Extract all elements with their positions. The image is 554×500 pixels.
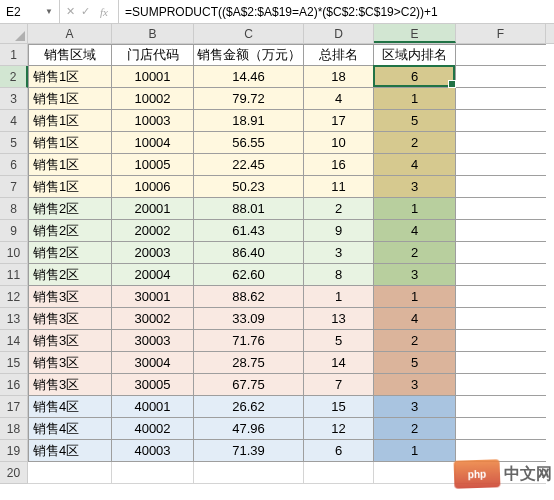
cell[interactable]: 2	[374, 330, 456, 352]
col-header-F[interactable]: F	[456, 24, 546, 43]
row-header-9[interactable]: 9	[0, 220, 28, 242]
cell[interactable]: 销售2区	[28, 242, 112, 264]
cell[interactable]: 10003	[112, 110, 194, 132]
row-header-12[interactable]: 12	[0, 286, 28, 308]
cell[interactable]: 18.91	[194, 110, 304, 132]
row-header-2[interactable]: 2	[0, 66, 28, 88]
cell[interactable]: 33.09	[194, 308, 304, 330]
row-header-5[interactable]: 5	[0, 132, 28, 154]
row-header-20[interactable]: 20	[0, 462, 28, 484]
cell[interactable]	[456, 396, 546, 418]
cell[interactable]: 11	[304, 176, 374, 198]
cell[interactable]: 5	[374, 110, 456, 132]
cell[interactable]: 71.39	[194, 440, 304, 462]
cell[interactable]	[112, 462, 194, 484]
cell[interactable]: 30001	[112, 286, 194, 308]
cell[interactable]: 88.62	[194, 286, 304, 308]
cell[interactable]	[456, 242, 546, 264]
cell[interactable]: 1	[374, 198, 456, 220]
cell[interactable]: 销售1区	[28, 66, 112, 88]
cell[interactable]: 2	[374, 418, 456, 440]
cells-area[interactable]: 销售区域门店代码销售金额（万元）总排名区域内排名销售1区1000114.4618…	[28, 44, 554, 484]
cell[interactable]: 14	[304, 352, 374, 374]
cell[interactable]: 销售4区	[28, 440, 112, 462]
cell[interactable]: 销售2区	[28, 220, 112, 242]
cell[interactable]	[28, 462, 112, 484]
cell[interactable]	[456, 132, 546, 154]
cell[interactable]: 67.75	[194, 374, 304, 396]
cell[interactable]: 10004	[112, 132, 194, 154]
cell[interactable]: 15	[304, 396, 374, 418]
cell[interactable]: 1	[374, 88, 456, 110]
row-header-10[interactable]: 10	[0, 242, 28, 264]
row-header-3[interactable]: 3	[0, 88, 28, 110]
cell[interactable]: 40003	[112, 440, 194, 462]
row-header-19[interactable]: 19	[0, 440, 28, 462]
enter-icon[interactable]: ✓	[81, 5, 90, 18]
cell[interactable]: 销售3区	[28, 308, 112, 330]
cell[interactable]	[456, 440, 546, 462]
col-header-B[interactable]: B	[112, 24, 194, 43]
row-header-18[interactable]: 18	[0, 418, 28, 440]
cell[interactable]: 88.01	[194, 198, 304, 220]
row-header-4[interactable]: 4	[0, 110, 28, 132]
cell[interactable]	[456, 374, 546, 396]
cell[interactable]	[456, 308, 546, 330]
col-header-A[interactable]: A	[28, 24, 112, 43]
cell[interactable]: 20003	[112, 242, 194, 264]
cell[interactable]: 30004	[112, 352, 194, 374]
formula-input[interactable]: =SUMPRODUCT(($A$2:$A$19=A2)*($C$2:$C$19>…	[119, 5, 554, 19]
cell[interactable]: 12	[304, 418, 374, 440]
cell[interactable]: 30002	[112, 308, 194, 330]
cell[interactable]: 1	[304, 286, 374, 308]
cell[interactable]: 17	[304, 110, 374, 132]
col-header-C[interactable]: C	[194, 24, 304, 43]
cell[interactable]: 销售3区	[28, 352, 112, 374]
col-header-E[interactable]: E	[374, 24, 456, 43]
cell[interactable]: 4	[374, 220, 456, 242]
cell[interactable]: 10001	[112, 66, 194, 88]
cell[interactable]: 销售1区	[28, 176, 112, 198]
cell[interactable]: 2	[374, 242, 456, 264]
header-cell[interactable]: 销售区域	[28, 44, 112, 66]
cell[interactable]: 3	[374, 176, 456, 198]
cell[interactable]: 40002	[112, 418, 194, 440]
header-cell[interactable]: 区域内排名	[374, 44, 456, 66]
row-header-13[interactable]: 13	[0, 308, 28, 330]
cell[interactable]	[304, 462, 374, 484]
cell[interactable]: 9	[304, 220, 374, 242]
cell[interactable]: 6	[304, 440, 374, 462]
cell[interactable]	[456, 176, 546, 198]
col-header-D[interactable]: D	[304, 24, 374, 43]
select-all-button[interactable]	[0, 24, 28, 44]
cell[interactable]: 销售4区	[28, 396, 112, 418]
header-cell[interactable]: 门店代码	[112, 44, 194, 66]
row-header-7[interactable]: 7	[0, 176, 28, 198]
cell[interactable]	[456, 462, 546, 484]
cell[interactable]	[456, 220, 546, 242]
cell[interactable]	[374, 462, 456, 484]
cell[interactable]: 2	[304, 198, 374, 220]
cell[interactable]: 5	[374, 352, 456, 374]
cell[interactable]: 30003	[112, 330, 194, 352]
cell[interactable]	[456, 330, 546, 352]
cell[interactable]: 18	[304, 66, 374, 88]
cell[interactable]: 56.55	[194, 132, 304, 154]
cell[interactable]: 47.96	[194, 418, 304, 440]
cell[interactable]	[456, 110, 546, 132]
fx-icon[interactable]: fx	[96, 6, 112, 18]
cell[interactable]: 1	[374, 440, 456, 462]
header-cell[interactable]: 销售金额（万元）	[194, 44, 304, 66]
cell[interactable]: 3	[304, 242, 374, 264]
cell[interactable]: 4	[374, 154, 456, 176]
cell[interactable]: 销售2区	[28, 264, 112, 286]
cell[interactable]: 71.76	[194, 330, 304, 352]
cell[interactable]: 销售1区	[28, 132, 112, 154]
cell[interactable]: 14.46	[194, 66, 304, 88]
cell[interactable]	[456, 418, 546, 440]
cell[interactable]: 61.43	[194, 220, 304, 242]
cell[interactable]: 销售2区	[28, 198, 112, 220]
name-box[interactable]: E2 ▼	[0, 0, 60, 23]
row-header-1[interactable]: 1	[0, 44, 28, 66]
cell[interactable]: 30005	[112, 374, 194, 396]
